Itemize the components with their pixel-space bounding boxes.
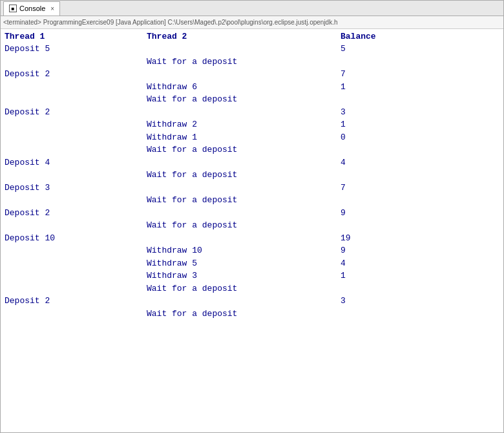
thread2-cell (147, 295, 341, 308)
main-window: ■ Console × <terminated> ProgrammingExer… (0, 0, 504, 433)
toolbar-status: <terminated> ProgrammingExercise09 [Java… (1, 16, 503, 29)
thread1-cell (5, 143, 147, 156)
close-tab-button[interactable]: × (50, 5, 54, 12)
table-row: Deposit 29 (5, 207, 499, 220)
table-row: Withdraw 61 (5, 81, 499, 94)
thread2-cell: Wait for a deposit (147, 56, 341, 69)
thread2-cell: Withdraw 10 (147, 244, 341, 257)
thread2-cell (147, 68, 341, 81)
thread2-cell: Withdraw 6 (147, 81, 341, 94)
thread1-cell: Deposit 5 (5, 43, 147, 56)
table-row: Wait for a deposit (5, 56, 499, 69)
balance-cell: 0 (341, 131, 346, 144)
table-row: Deposit 55 (5, 43, 499, 56)
thread2-cell: Wait for a deposit (147, 282, 341, 295)
header-thread2: Thread 2 (147, 32, 341, 41)
balance-cell: 3 (341, 106, 346, 119)
thread2-cell (147, 182, 341, 195)
thread2-cell: Wait for a deposit (147, 308, 341, 321)
table-row: Wait for a deposit (5, 308, 499, 321)
thread1-cell (5, 194, 147, 207)
thread1-cell (5, 308, 147, 321)
console-icon: ■ (9, 5, 17, 12)
thread2-cell: Withdraw 2 (147, 118, 341, 131)
balance-cell: 4 (341, 257, 346, 270)
table-row: Wait for a deposit (5, 194, 499, 207)
table-row: Deposit 37 (5, 182, 499, 195)
table-row: Withdraw 54 (5, 257, 499, 270)
thread1-cell (5, 244, 147, 257)
balance-cell: 5 (341, 43, 346, 56)
thread1-cell (5, 257, 147, 270)
thread2-cell (147, 207, 341, 220)
balance-cell: 4 (341, 156, 346, 169)
terminated-label: <terminated> ProgrammingExercise09 [Java… (3, 19, 338, 26)
thread1-cell (5, 118, 147, 131)
thread2-cell (147, 43, 341, 56)
thread1-cell: Deposit 2 (5, 207, 147, 220)
table-row: Deposit 23 (5, 106, 499, 119)
tab-bar: ■ Console × (1, 1, 503, 16)
table-row: Deposit 23 (5, 295, 499, 308)
thread2-cell (147, 232, 341, 245)
table-row: Deposit 44 (5, 156, 499, 169)
table-row: Withdraw 109 (5, 244, 499, 257)
thread2-cell: Wait for a deposit (147, 194, 341, 207)
thread2-cell: Withdraw 5 (147, 257, 341, 270)
header-thread1: Thread 1 (5, 32, 147, 41)
thread1-cell (5, 93, 147, 106)
table-row: Withdraw 21 (5, 118, 499, 131)
thread1-cell (5, 169, 147, 182)
balance-cell: 7 (341, 68, 346, 81)
table-row: Deposit 1019 (5, 232, 499, 245)
table-row: Wait for a deposit (5, 143, 499, 156)
console-output[interactable]: Thread 1 Thread 2 Balance Deposit 55Wait… (1, 29, 503, 432)
thread1-cell (5, 81, 147, 94)
thread1-cell (5, 56, 147, 69)
console-tab[interactable]: ■ Console × (3, 1, 60, 16)
table-row: Wait for a deposit (5, 93, 499, 106)
thread2-cell: Wait for a deposit (147, 143, 341, 156)
console-header: Thread 1 Thread 2 Balance (5, 32, 499, 41)
thread1-cell: Deposit 10 (5, 232, 147, 245)
table-row: Deposit 27 (5, 68, 499, 81)
balance-cell: 19 (341, 232, 351, 245)
thread1-cell (5, 282, 147, 295)
table-row: Withdraw 31 (5, 269, 499, 282)
balance-cell: 3 (341, 295, 346, 308)
balance-cell: 9 (341, 207, 346, 220)
console-tab-label: Console (19, 5, 45, 12)
thread1-cell: Deposit 2 (5, 295, 147, 308)
header-balance: Balance (341, 32, 376, 41)
console-rows: Deposit 55Wait for a depositDeposit 27Wi… (5, 43, 499, 320)
thread2-cell: Wait for a deposit (147, 169, 341, 182)
thread1-cell: Deposit 4 (5, 156, 147, 169)
balance-cell: 9 (341, 244, 346, 257)
thread2-cell (147, 106, 341, 119)
table-row: Withdraw 10 (5, 131, 499, 144)
balance-cell: 7 (341, 182, 346, 195)
table-row: Wait for a deposit (5, 219, 499, 232)
thread1-cell (5, 269, 147, 282)
thread2-cell: Withdraw 3 (147, 269, 341, 282)
thread1-cell (5, 219, 147, 232)
thread1-cell: Deposit 2 (5, 68, 147, 81)
thread2-cell: Wait for a deposit (147, 93, 341, 106)
thread1-cell: Deposit 3 (5, 182, 147, 195)
thread2-cell (147, 156, 341, 169)
balance-cell: 1 (341, 118, 346, 131)
thread2-cell: Wait for a deposit (147, 219, 341, 232)
table-row: Wait for a deposit (5, 169, 499, 182)
thread2-cell: Withdraw 1 (147, 131, 341, 144)
table-row: Wait for a deposit (5, 282, 499, 295)
thread1-cell: Deposit 2 (5, 106, 147, 119)
balance-cell: 1 (341, 269, 346, 282)
thread1-cell (5, 131, 147, 144)
balance-cell: 1 (341, 81, 346, 94)
